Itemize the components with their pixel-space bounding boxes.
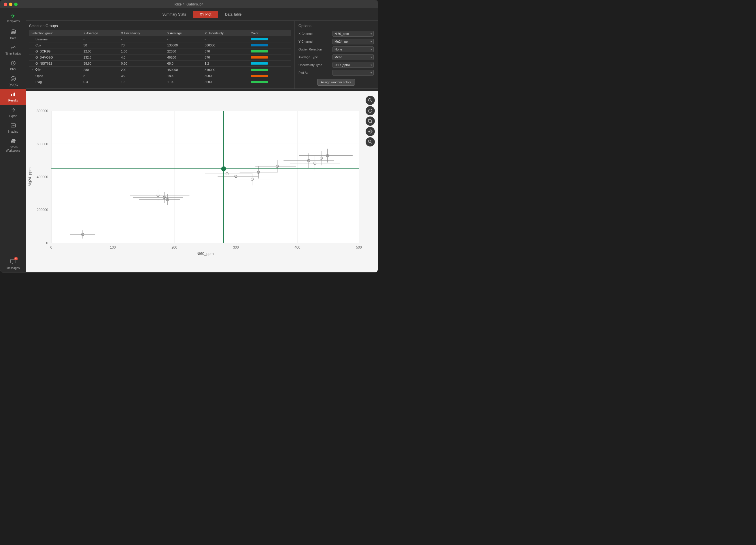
- circle-button[interactable]: [366, 106, 375, 115]
- color-swatch[interactable]: [251, 50, 268, 52]
- unctype-label: Uncertainty Type: [298, 63, 330, 67]
- sidebar-item-templates[interactable]: ✈ Templates: [0, 11, 26, 25]
- color-swatch[interactable]: [251, 56, 268, 59]
- svg-text:Mg24_ppm: Mg24_ppm: [28, 167, 32, 186]
- table-row[interactable]: ✓Oliv280200450000310000: [29, 67, 291, 73]
- svg-rect-3: [11, 94, 12, 96]
- col-header-group[interactable]: Selection group: [29, 30, 81, 36]
- avgtype-select[interactable]: Mean: [332, 54, 374, 60]
- color-swatch[interactable]: [251, 69, 268, 71]
- sidebar-item-imaging[interactable]: Imaging: [0, 120, 26, 136]
- plotas-select-wrapper: [332, 70, 374, 76]
- svg-point-0: [11, 30, 16, 31]
- plotas-label: Plot As: [298, 71, 330, 74]
- svg-text:800000: 800000: [37, 109, 48, 113]
- zoom-button[interactable]: [366, 96, 375, 105]
- maximize-button[interactable]: [14, 3, 18, 6]
- selection-groups-table: Selection group X Average X Uncertainty …: [29, 30, 291, 85]
- messages-icon: 4: [10, 258, 16, 265]
- ychannel-label: Y Channel: [298, 40, 330, 43]
- tab-datatable[interactable]: Data Table: [218, 11, 248, 18]
- selection-groups-title: Selection Groups: [29, 24, 291, 28]
- copy-button[interactable]: [366, 116, 375, 126]
- minimize-button[interactable]: [9, 3, 12, 6]
- col-header-yunc[interactable]: Y Uncertainty: [202, 30, 248, 36]
- results-icon: [10, 91, 16, 98]
- sidebar-divider-1: [5, 26, 21, 26]
- close-button[interactable]: [4, 3, 7, 6]
- color-swatch[interactable]: [251, 81, 268, 83]
- color-swatch[interactable]: [251, 44, 268, 46]
- sidebar-item-label: PythonWorkspace: [6, 146, 20, 152]
- table-row[interactable]: Plag0.41.311005600: [29, 79, 291, 85]
- color-swatch[interactable]: [251, 62, 268, 65]
- svg-text:100: 100: [110, 245, 116, 249]
- sidebar-item-messages[interactable]: 4 Messages: [0, 256, 26, 272]
- table-row[interactable]: G_BCR2G12.051.0022550570: [29, 48, 291, 54]
- options-title: Options: [298, 24, 374, 28]
- sidebar-item-label: QA/QC: [8, 83, 18, 87]
- outlier-select-wrapper: None: [332, 46, 374, 52]
- sidebar-item-export[interactable]: Export: [0, 105, 26, 120]
- xchannel-label: X Channel: [298, 32, 330, 35]
- color-swatch[interactable]: [251, 75, 268, 77]
- option-row-xchannel: X Channel Ni60_ppm: [298, 31, 374, 37]
- sidebar-item-drs[interactable]: DRS: [0, 58, 26, 73]
- sidebar-item-python[interactable]: PythonWorkspace: [0, 136, 26, 155]
- option-row-plotas: Plot As: [298, 70, 374, 76]
- options-panel: Options X Channel Ni60_ppm Y Channel: [294, 21, 378, 88]
- col-header-color[interactable]: Color: [248, 30, 291, 36]
- sidebar-item-results[interactable]: Results: [0, 89, 26, 105]
- selection-groups-panel: Selection Groups Selection group X Avera…: [26, 21, 294, 88]
- search-chart-button[interactable]: [366, 137, 375, 146]
- color-swatch[interactable]: [251, 38, 268, 40]
- table-row[interactable]: G_NIST61238.800.6068.01.2: [29, 61, 291, 67]
- timeseries-icon: [10, 45, 16, 51]
- svg-text:Ni60_ppm: Ni60_ppm: [196, 251, 214, 256]
- unctype-select-wrapper: 2SD (ppm): [332, 62, 374, 68]
- col-header-xavg[interactable]: X Average: [81, 30, 119, 36]
- outlier-label: Outlier Rejection: [298, 48, 330, 51]
- sidebar-item-label: Results: [8, 99, 18, 102]
- table-row[interactable]: Cpx3073130000360000: [29, 42, 291, 48]
- svg-text:300: 300: [233, 245, 239, 249]
- sidebar-item-timeseries[interactable]: Time Series: [0, 42, 26, 58]
- assign-colors-button[interactable]: Assign random colors: [317, 79, 355, 86]
- templates-icon: ✈: [11, 13, 16, 19]
- sidebar-item-label: Export: [9, 114, 17, 118]
- titlebar: iolite 4: Gabbro.io4: [0, 0, 378, 8]
- sidebar-item-label: Templates: [7, 20, 20, 23]
- svg-rect-4: [13, 93, 14, 96]
- option-row-avgtype: Average Type Mean: [298, 54, 374, 60]
- tab-summary[interactable]: Summary Stats: [156, 11, 193, 18]
- avgtype-select-wrapper: Mean: [332, 54, 374, 60]
- svg-point-81: [370, 131, 371, 132]
- chart-toolbar: [366, 96, 375, 146]
- table-row[interactable]: G_BHVO2G132.54.046200870: [29, 54, 291, 61]
- resize-handle[interactable]: · · · · · · ·: [26, 89, 378, 91]
- option-row-unctype: Uncertainty Type 2SD (ppm): [298, 62, 374, 68]
- chart-area: 800000 600000 400000 200000 0 0 100 200 …: [26, 91, 378, 272]
- col-header-xunc[interactable]: X Uncertainty: [119, 30, 165, 36]
- ychannel-select[interactable]: Mg24_ppm: [332, 39, 374, 44]
- sidebar-item-label: Data: [10, 37, 16, 40]
- export-icon: [10, 107, 16, 114]
- table-row[interactable]: Baseline----: [29, 36, 291, 42]
- table-row[interactable]: Opaq83518008000: [29, 73, 291, 79]
- unctype-select[interactable]: 2SD (ppm): [332, 62, 374, 68]
- sidebar-item-qaqc[interactable]: QA/QC: [0, 73, 26, 89]
- tab-bar: Summary Stats XY Plot Data Table: [26, 8, 378, 21]
- table-container[interactable]: Selection group X Average X Uncertainty …: [29, 30, 291, 85]
- sidebar-item-data[interactable]: Data: [0, 27, 26, 42]
- tab-xy[interactable]: XY Plot: [193, 11, 218, 18]
- outlier-select[interactable]: None: [332, 46, 374, 52]
- settings-button[interactable]: [366, 127, 375, 136]
- qaqc-icon: [10, 76, 16, 82]
- sidebar: ✈ Templates Data Time Series: [0, 8, 26, 272]
- col-header-yavg[interactable]: Y Average: [165, 30, 202, 36]
- xchannel-select[interactable]: Ni60_ppm: [332, 31, 374, 37]
- svg-rect-5: [14, 93, 15, 96]
- xy-chart[interactable]: 800000 600000 400000 200000 0 0 100 200 …: [26, 91, 378, 272]
- svg-point-78: [368, 109, 372, 112]
- plotas-select[interactable]: [332, 70, 374, 76]
